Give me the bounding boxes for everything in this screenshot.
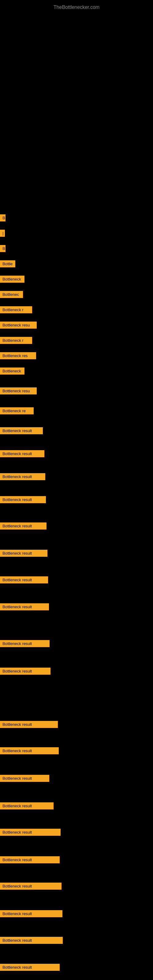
- bottleneck-bar-28: Bottleneck result: [0, 829, 61, 836]
- bottleneck-bar-17: Bottleneck result: [0, 496, 46, 503]
- bottleneck-bar-2: |: [0, 230, 5, 237]
- bottleneck-bar-23: Bottleneck result: [0, 668, 51, 675]
- bottleneck-bar-8: Bottleneck resu: [0, 321, 37, 329]
- bottleneck-bar-25: Bottleneck result: [0, 747, 59, 754]
- bottleneck-bar-19: Bottleneck result: [0, 550, 48, 557]
- bottleneck-bar-21: Bottleneck result: [0, 603, 49, 610]
- bottleneck-bar-5: Bottleneck: [0, 275, 24, 283]
- bottleneck-bar-1: B: [0, 215, 5, 221]
- bottleneck-bar-16: Bottleneck result: [0, 473, 45, 480]
- bottleneck-bar-4: Bottle: [0, 260, 15, 267]
- bottleneck-bar-6: Bottlenec: [0, 291, 23, 298]
- bottleneck-bar-13: Bottleneck re: [0, 407, 33, 414]
- bottleneck-bar-33: Bottleneck result: [0, 964, 60, 971]
- bottleneck-bar-32: Bottleneck result: [0, 937, 63, 944]
- bottleneck-bar-24: Bottleneck result: [0, 721, 58, 728]
- bottleneck-bar-7: Bottleneck r: [0, 306, 32, 313]
- bottleneck-bar-3: B: [0, 245, 5, 252]
- bottleneck-bar-29: Bottleneck result: [0, 856, 60, 863]
- bottleneck-bar-26: Bottleneck result: [0, 775, 49, 782]
- bottleneck-bar-27: Bottleneck result: [0, 802, 54, 810]
- bottleneck-bar-30: Bottleneck result: [0, 883, 62, 890]
- bottleneck-bar-10: Bottleneck res: [0, 352, 36, 359]
- bottleneck-bar-12: Bottleneck resu: [0, 387, 37, 395]
- bottleneck-bar-22: Bottleneck result: [0, 640, 49, 647]
- bottleneck-bar-31: Bottleneck result: [0, 910, 62, 917]
- bottleneck-bar-14: Bottleneck result: [0, 427, 43, 434]
- bottleneck-bar-9: Bottleneck r: [0, 337, 32, 344]
- bottleneck-bar-11: Bottleneck: [0, 368, 24, 375]
- bottleneck-bar-15: Bottleneck result: [0, 450, 45, 457]
- site-title: TheBottlenecker.com: [0, 2, 153, 13]
- bottleneck-bar-18: Bottleneck result: [0, 522, 46, 530]
- bottleneck-bar-20: Bottleneck result: [0, 576, 48, 584]
